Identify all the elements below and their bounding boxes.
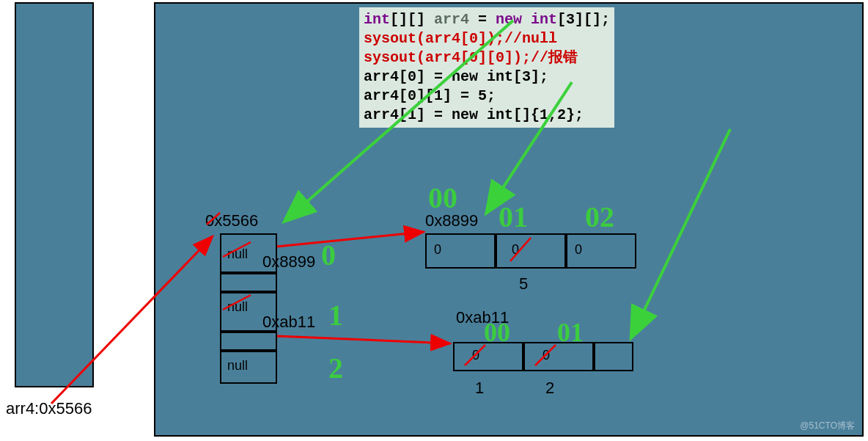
hand-arr-2: 2 [328,351,343,385]
cell2-null: null [227,358,248,373]
sub1-below1: 2 [545,379,554,398]
sub0-below1: 5 [519,274,528,294]
arr-cell-gap1 [220,273,277,292]
kw-int: int [364,11,390,28]
sub0-cell-1 [496,233,566,269]
code-line-5: arr4[0][1] = 5; [364,87,610,106]
hand-arr-0: 0 [321,238,336,272]
hand-sub0-02: 02 [585,200,614,234]
code-line-4: arr4[0] = new int[3]; [364,68,610,87]
sub0-c2: 0 [575,242,582,258]
watermark: @51CTO博客 [800,420,855,432]
kw-brackets: [][] [390,11,425,28]
addr-arr: 0x5566 [205,211,258,230]
sub1-cell-extra [594,342,633,371]
stack-panel [15,2,94,387]
sub1-c1: 0 [542,348,550,363]
kw-rest: [3][]; [557,11,610,28]
kw-eq: = [478,11,496,28]
sub1-below0: 1 [475,379,484,398]
hand-sub0-01: 01 [499,200,528,234]
hand-sub0-00: 00 [428,181,457,215]
hand-arr-1: 1 [328,298,343,332]
hand-sub1-01: 01 [557,317,584,348]
cell1-new: 0xab11 [262,313,315,332]
cell0-new: 0x8899 [262,252,315,271]
hand-sub1-00: 00 [484,317,510,348]
kw-new: new int [496,11,557,28]
arr-cell-gap2 [220,332,277,351]
stack-label: arr4:0x5566 [6,399,92,418]
sub0-c0: 0 [434,242,441,258]
code-line-3: sysout(arr4[0][0]);//报错 [364,48,610,68]
kw-arr: arr4 [425,11,478,28]
sub1-c0: 0 [472,348,479,363]
code-line-1: int[][] arr4 = new int[3][]; [364,10,610,29]
code-line-6: arr4[1] = new int[]{1,2}; [364,106,610,125]
sub0-c1: 0 [512,242,519,258]
cell1-null: null [227,299,248,315]
code-line-2: sysout(arr4[0]);//null [364,29,610,48]
cell0-null: null [227,247,248,262]
code-box: int[][] arr4 = new int[3][]; sysout(arr4… [359,7,614,128]
